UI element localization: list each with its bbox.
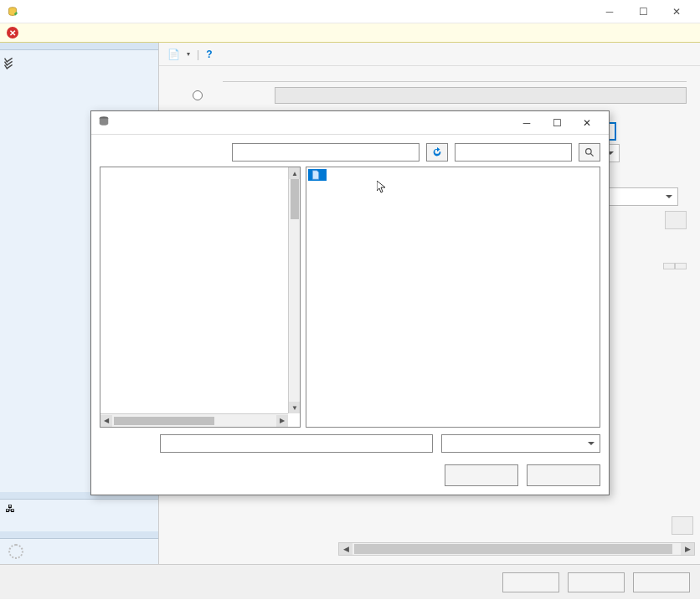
- modal-minimize-button[interactable]: ─: [512, 114, 542, 132]
- maximize-button[interactable]: ☐: [626, 2, 660, 22]
- source-database-radio[interactable]: [193, 90, 203, 100]
- locate-backup-dialog: ─ ☐ ✕ ▲ ▼ ◀ ▶: [90, 110, 610, 495]
- modal-close-button[interactable]: ✕: [572, 114, 602, 132]
- minimize-button[interactable]: ─: [593, 2, 626, 22]
- verify-media-button: [672, 516, 693, 535]
- modal-maximize-button[interactable]: ☐: [542, 114, 572, 132]
- filetype-combo[interactable]: [441, 434, 600, 453]
- file-list[interactable]: [306, 167, 600, 428]
- restore-db-icon: [7, 6, 18, 18]
- modal-cancel-button[interactable]: [527, 464, 600, 486]
- search-input[interactable]: [455, 143, 572, 162]
- filename-input[interactable]: [160, 434, 433, 453]
- refresh-icon: [431, 146, 443, 158]
- script-button[interactable]: 📄 ▾: [167, 49, 190, 60]
- select-page-header: [0, 43, 158, 50]
- error-bar: ✕: [0, 23, 700, 43]
- svg-line-3: [590, 153, 593, 156]
- svg-point-2: [585, 148, 591, 154]
- page-options[interactable]: [0, 57, 158, 60]
- search-icon: [584, 147, 595, 158]
- help-button[interactable]: ?: [206, 49, 215, 60]
- drive-icon: [98, 115, 110, 130]
- col-checkpoint-lsn[interactable]: [663, 263, 675, 269]
- main-cancel-button[interactable]: [568, 572, 625, 592]
- folder-tree[interactable]: ▲ ▼ ◀ ▶: [100, 167, 301, 428]
- main-ok-button[interactable]: [502, 572, 559, 592]
- search-button[interactable]: [579, 143, 600, 162]
- source-database-combo[interactable]: [275, 87, 687, 104]
- help-icon: ?: [206, 49, 212, 60]
- script-icon: 📄: [167, 49, 180, 60]
- col-full-lsn[interactable]: [675, 263, 687, 269]
- file-icon: [311, 170, 321, 180]
- tree-hscroll[interactable]: ◀ ▶: [100, 413, 288, 427]
- close-button[interactable]: ✕: [660, 2, 693, 22]
- server-icon: 🖧: [5, 503, 15, 515]
- modal-ok-button[interactable]: [445, 464, 518, 486]
- timeline-button: [665, 211, 687, 229]
- file-item-selected[interactable]: [308, 169, 327, 181]
- main-help-button[interactable]: [633, 572, 690, 592]
- tree-vscroll[interactable]: ▲ ▼: [288, 167, 300, 413]
- main-titlebar: ─ ☐ ✕: [0, 0, 700, 23]
- toolbar: 📄 ▾ | ?: [159, 43, 700, 66]
- progress-header: [0, 531, 158, 539]
- refresh-button[interactable]: [426, 143, 448, 162]
- bottom-bar: [0, 564, 700, 599]
- location-input[interactable]: [232, 143, 419, 162]
- content-hscroll[interactable]: ◀ ▶: [338, 542, 695, 556]
- progress-icon: [8, 544, 23, 559]
- error-icon: ✕: [7, 27, 18, 38]
